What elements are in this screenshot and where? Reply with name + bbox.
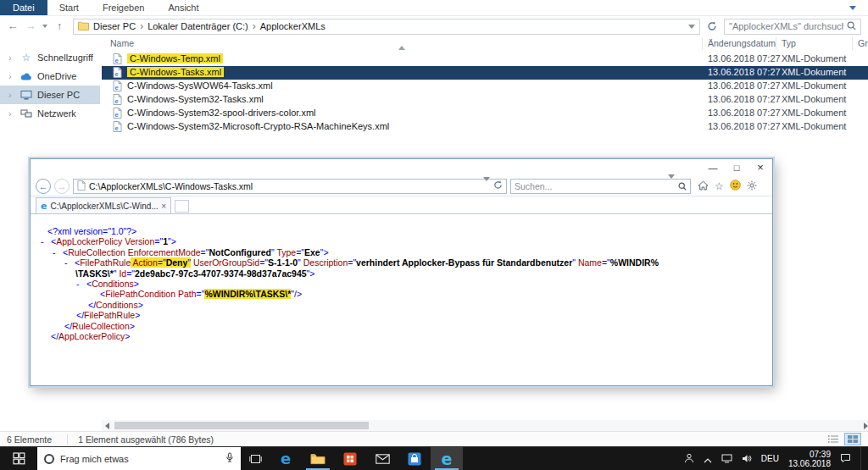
file-explorer-icon[interactable] (302, 447, 334, 470)
cortana-search-input[interactable] (60, 454, 220, 464)
search-icon[interactable] (847, 19, 856, 34)
tools-gear-icon[interactable] (747, 179, 757, 194)
ie-refresh-icon[interactable] (493, 180, 503, 191)
xml-line: <FilePathCondition Path="%WINDIR%\TASKS\… (41, 289, 767, 299)
address-bar[interactable]: Dieser PC›Lokaler Datenträger (C:)›Applo… (73, 19, 700, 35)
language-indicator[interactable]: DEU (761, 454, 779, 463)
tab-start[interactable]: Start (47, 0, 91, 15)
hidden-icons-chevron-icon[interactable] (704, 451, 712, 467)
file-name: C-Windows-System32-Tasks.xml (127, 94, 264, 104)
close-button[interactable]: × (748, 159, 772, 176)
explorer-search-input[interactable] (729, 21, 843, 31)
ie-forward-button[interactable]: → (54, 179, 70, 194)
chevron-right-icon[interactable]: › (8, 108, 15, 119)
file-row[interactable]: eC-Windows-System32-spool-drivers-color.… (102, 107, 868, 120)
ie-search-input[interactable] (515, 181, 665, 191)
file-row[interactable]: eC-Windows-Temp.xml13.06.2018 07:27XML-D… (102, 53, 868, 66)
action-center-icon[interactable] (840, 451, 851, 467)
chevron-right-icon[interactable]: › (8, 71, 15, 81)
details-view-icon[interactable] (825, 433, 842, 445)
forward-button[interactable]: → (23, 17, 38, 36)
breadcrumb-item[interactable]: Lokaler Datenträger (C:) (147, 21, 248, 31)
column-header-type[interactable]: Typ (782, 38, 796, 48)
file-row[interactable]: eC-Windows-System32-Tasks.xml13.06.2018 … (102, 93, 868, 107)
file-row[interactable]: eC-Windows-Tasks.xml13.06.2018 07:27XML-… (102, 66, 868, 80)
home-icon[interactable] (698, 179, 709, 194)
refresh-icon[interactable] (703, 21, 721, 31)
autocomplete-dropdown-icon[interactable] (483, 181, 490, 191)
edge-icon[interactable]: e (270, 447, 302, 470)
ie-back-button[interactable]: ← (36, 179, 51, 194)
people-icon[interactable] (684, 451, 694, 467)
show-desktop-button[interactable] (860, 447, 865, 470)
breadcrumb-item[interactable]: Dieser PC (93, 21, 136, 31)
minimize-button[interactable]: — (701, 159, 725, 176)
internet-explorer-window: — □ × ← → C:\ApplockerXMLs\C-Windows-Tas… (30, 158, 773, 386)
file-row[interactable]: eC-Windows-System32-Microsoft-Crypto-RSA… (102, 120, 868, 134)
tab-freigeben[interactable]: Freigeben (91, 0, 157, 15)
mail-icon[interactable] (366, 447, 398, 470)
network-tray-icon[interactable] (721, 451, 732, 467)
sidebar-item-netzwerk[interactable]: › Netzwerk (0, 104, 100, 123)
browser-tab[interactable]: e C:\ApplockerXMLs\C-Wind... × (36, 197, 171, 213)
up-button[interactable]: ↑ (52, 17, 67, 36)
svg-text:e: e (115, 111, 119, 119)
explorer-search[interactable] (724, 19, 861, 35)
search-provider-dropdown-icon[interactable] (668, 179, 675, 194)
internet-explorer-icon[interactable]: e (431, 447, 463, 470)
address-dropdown-icon[interactable] (688, 25, 695, 29)
tab-close-icon[interactable]: × (161, 202, 166, 211)
breadcrumb-item[interactable]: ApplockerXMLs (260, 21, 326, 31)
ribbon-expand-icon[interactable] (849, 6, 856, 10)
chevron-right-icon[interactable]: › (8, 90, 15, 100)
scroll-right-icon[interactable] (857, 423, 868, 429)
column-header-modified[interactable]: Änderungsdatum (708, 38, 776, 48)
volume-icon[interactable] (742, 451, 752, 467)
store-icon[interactable] (398, 447, 431, 470)
ie-search-box[interactable] (510, 179, 691, 194)
collapse-node-icon[interactable]: - (41, 236, 51, 246)
collapse-node-icon[interactable]: - (76, 279, 86, 289)
tab-ansicht[interactable]: Ansicht (156, 0, 210, 15)
sidebar-item-dieser-pc[interactable]: › Dieser PC (0, 86, 100, 104)
maximize-button[interactable]: □ (725, 159, 748, 176)
column-header-size[interactable]: Gr (858, 38, 868, 48)
svg-text:e: e (115, 124, 119, 132)
file-modified-date: 13.06.2018 07:27 (708, 108, 781, 118)
column-divider[interactable] (702, 37, 703, 50)
column-divider[interactable] (776, 37, 776, 50)
scroll-left-icon[interactable] (102, 423, 113, 429)
scrollbar-thumb[interactable] (114, 422, 369, 429)
start-button[interactable] (0, 447, 37, 470)
cortana-search-box[interactable] (37, 447, 241, 470)
task-view-button[interactable] (241, 447, 270, 470)
column-header-name[interactable]: Name (110, 38, 134, 48)
thumbnail-view-icon[interactable] (844, 433, 861, 445)
search-icon[interactable] (678, 179, 687, 194)
favorites-star-icon[interactable]: ☆ (715, 181, 724, 191)
new-tab-button[interactable] (175, 200, 189, 213)
sidebar-item-onedrive[interactable]: › OneDrive (0, 67, 100, 86)
collapse-node-icon[interactable]: - (64, 257, 75, 268)
recent-locations-icon[interactable] (41, 25, 49, 28)
office-icon[interactable] (334, 447, 366, 470)
file-type: XML-Dokument (782, 94, 846, 104)
ie-address-text[interactable]: C:\ApplockerXMLs\C-Windows-Tasks.xml (89, 181, 480, 191)
svg-text:e: e (115, 70, 119, 78)
horizontal-scrollbar[interactable] (102, 420, 868, 431)
clock[interactable]: 07:39 13.06.2018 (788, 450, 831, 468)
sidebar-item-schnellzugriff[interactable]: › ☆ Schnellzugriff (0, 48, 100, 67)
microphone-icon[interactable] (225, 451, 234, 467)
this-pc-icon (19, 90, 33, 100)
file-row[interactable]: eC-Windows-SysWOW64-Tasks.xml13.06.2018 … (102, 80, 868, 93)
title-bar[interactable]: — □ × (31, 159, 772, 176)
file-menu-tab[interactable]: Datei (0, 0, 47, 15)
feedback-smiley-icon[interactable] (730, 179, 741, 194)
breadcrumb-separator-icon: › (140, 22, 143, 30)
collapse-node-icon[interactable]: - (53, 247, 63, 257)
chevron-right-icon[interactable]: › (8, 53, 15, 63)
column-divider[interactable] (852, 37, 853, 50)
onedrive-cloud-icon (19, 73, 33, 80)
back-button[interactable]: ← (5, 17, 20, 36)
ie-address-bar[interactable]: C:\ApplockerXMLs\C-Windows-Tasks.xml (73, 179, 507, 194)
